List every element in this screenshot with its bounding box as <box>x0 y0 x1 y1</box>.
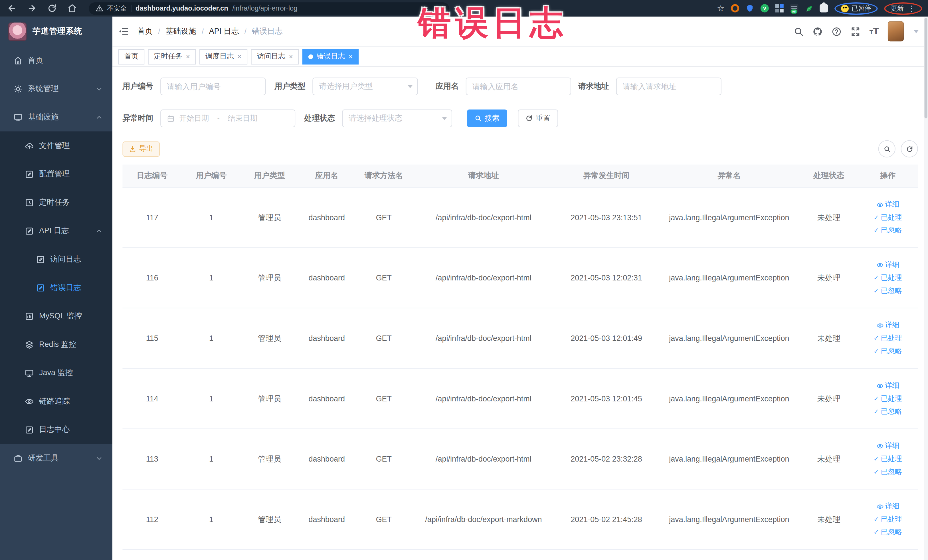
url-domain[interactable]: dashboard.yudao.iocoder.cn <box>136 5 228 12</box>
action-detail[interactable]: 详细 <box>876 381 899 391</box>
help-icon[interactable] <box>832 26 841 36</box>
breadcrumb-api-log[interactable]: API 日志 <box>209 26 239 37</box>
tab-error-log[interactable]: 错误日志 × <box>302 49 359 64</box>
extension-switch-icon[interactable]: on <box>790 4 798 12</box>
tab-home[interactable]: 首页 <box>118 49 144 64</box>
home-icon[interactable] <box>68 3 77 13</box>
reset-button[interactable]: 重置 <box>518 110 558 127</box>
action-processed[interactable]: ✓已处理 <box>873 514 902 524</box>
sidebar-item-log-center[interactable]: 日志中心 <box>0 415 112 444</box>
sidebar-item-error-log[interactable]: 错误日志 <box>0 273 112 302</box>
sidebar-item-home[interactable]: 首页 <box>0 46 112 75</box>
cell-app-name: dashboard <box>298 334 355 343</box>
toggle-search-icon[interactable] <box>878 140 896 157</box>
action-ignored[interactable]: ✓已忽略 <box>873 406 902 417</box>
close-icon[interactable]: × <box>237 53 242 60</box>
app-name-label: 应用名 <box>436 81 459 92</box>
reload-icon[interactable] <box>47 3 57 13</box>
update-button[interactable]: 更新 <box>891 4 904 12</box>
action-label: 详细 <box>885 320 899 330</box>
sidebar-item-system-mgmt[interactable]: 系统管理 <box>0 75 112 103</box>
sidebar-item-api-log[interactable]: API 日志 <box>0 217 112 245</box>
extension-grid-icon[interactable] <box>775 4 784 12</box>
action-detail[interactable]: 详细 <box>876 200 899 209</box>
close-icon[interactable]: × <box>349 53 353 60</box>
monitor-icon <box>14 113 23 122</box>
action-detail[interactable]: 详细 <box>876 260 899 270</box>
url-path[interactable]: /infra/log/api-error-log <box>232 5 297 12</box>
action-ignored[interactable]: ✓已忽略 <box>873 225 902 235</box>
sidebar-item-file-mgmt[interactable]: 文件管理 <box>0 131 112 160</box>
user-type-select[interactable]: 请选择用户类型 <box>312 78 418 95</box>
cell-user-id: 1 <box>182 515 241 524</box>
tab-cron-jobs[interactable]: 定时任务 × <box>148 49 196 64</box>
process-status-select[interactable]: 请选择处理状态 <box>342 110 452 127</box>
action-processed[interactable]: ✓已处理 <box>873 273 902 283</box>
sidebar-item-java-monitor[interactable]: Java 监控 <box>0 359 112 387</box>
exception-time-range-picker[interactable]: 开始日期 - 结束日期 <box>160 110 295 127</box>
sidebar-item-infrastructure[interactable]: 基础设施 <box>0 103 112 131</box>
scrollbar-thumb[interactable] <box>925 18 927 118</box>
request-url-input[interactable] <box>616 78 722 95</box>
breadcrumb-infrastructure[interactable]: 基础设施 <box>165 26 196 37</box>
page-scrollbar[interactable] <box>924 17 928 560</box>
avatar[interactable] <box>888 21 904 42</box>
tab-label: 首页 <box>124 51 139 61</box>
sidebar-item-mysql-monitor[interactable]: MySQL 监控 <box>0 302 112 330</box>
search-icon[interactable] <box>794 26 804 36</box>
action-detail[interactable]: 详细 <box>876 441 899 451</box>
action-processed[interactable]: ✓已处理 <box>873 454 902 464</box>
close-icon[interactable]: × <box>186 53 190 60</box>
action-ignored[interactable]: ✓已忽略 <box>873 286 902 296</box>
extension-leaf-icon[interactable] <box>805 4 813 12</box>
tab-schedule-log[interactable]: 调度日志 × <box>199 49 247 64</box>
cell-actions: 详细 ✓已处理 ✓已忽略 <box>858 320 918 356</box>
security-label[interactable]: 不安全 <box>107 4 127 12</box>
tab-access-log[interactable]: 访问日志 × <box>251 49 299 64</box>
sidebar-item-config-mgmt[interactable]: 配置管理 <box>0 160 112 188</box>
extension-shield-icon[interactable] <box>746 4 754 12</box>
action-ignored[interactable]: ✓已忽略 <box>873 527 902 537</box>
breadcrumb-home[interactable]: 首页 <box>137 26 153 37</box>
sidebar-item-cron-jobs[interactable]: 定时任务 <box>0 188 112 217</box>
sidebar-item-trace[interactable]: 链路追踪 <box>0 387 112 416</box>
refresh-table-icon[interactable] <box>901 140 918 157</box>
sidebar-item-access-log[interactable]: 访问日志 <box>0 245 112 273</box>
app-logo-row[interactable]: 芋道管理系统 <box>0 17 112 46</box>
sidebar-item-dev-tools[interactable]: 研发工具 <box>0 444 112 472</box>
action-processed[interactable]: ✓已处理 <box>873 394 902 404</box>
action-detail[interactable]: 详细 <box>876 501 899 511</box>
action-processed[interactable]: ✓已处理 <box>873 212 902 223</box>
fullscreen-icon[interactable] <box>850 26 860 36</box>
browser-menu-icon[interactable]: ⋮ <box>908 5 916 12</box>
export-button[interactable]: 导出 <box>122 141 160 157</box>
github-icon[interactable] <box>813 26 823 36</box>
paused-badge[interactable]: 已暂停 <box>852 4 871 12</box>
extension-orange-icon[interactable] <box>731 4 739 12</box>
app-name-input[interactable] <box>466 78 571 95</box>
tampermonkey-emoji-icon[interactable] <box>841 5 849 12</box>
bookmark-star-icon[interactable]: ☆ <box>717 4 724 12</box>
action-processed[interactable]: ✓已处理 <box>873 333 902 343</box>
close-icon[interactable]: × <box>289 53 293 60</box>
action-label: 已忽略 <box>881 225 902 235</box>
forward-icon[interactable] <box>27 3 37 13</box>
extension-v-icon[interactable]: v <box>760 4 769 12</box>
back-icon[interactable] <box>7 3 17 13</box>
font-size-icon[interactable]: TT <box>870 26 879 37</box>
user-id-input[interactable] <box>160 78 266 95</box>
cell-process-status: 未处理 <box>800 394 858 404</box>
collapse-sidebar-icon[interactable] <box>118 26 129 37</box>
action-ignored[interactable]: ✓已忽略 <box>873 467 902 477</box>
action-ignored[interactable]: ✓已忽略 <box>873 346 902 356</box>
search-button[interactable]: 搜索 <box>467 110 507 127</box>
action-label: 已忽略 <box>881 467 902 477</box>
extensions-puzzle-icon[interactable] <box>820 4 828 12</box>
cell-process-status: 未处理 <box>800 514 858 525</box>
caret-down-icon[interactable] <box>914 30 919 33</box>
sidebar-item-redis-monitor[interactable]: Redis 监控 <box>0 330 112 359</box>
main-area: 首页 / 基础设施 / API 日志 / 错误日志 TT <box>112 17 928 560</box>
address-bar[interactable]: 不安全 dashboard.yudao.iocoder.cn/infra/log… <box>89 2 449 15</box>
action-detail[interactable]: 详细 <box>876 320 899 330</box>
sidebar-item-label: 访问日志 <box>50 254 81 264</box>
